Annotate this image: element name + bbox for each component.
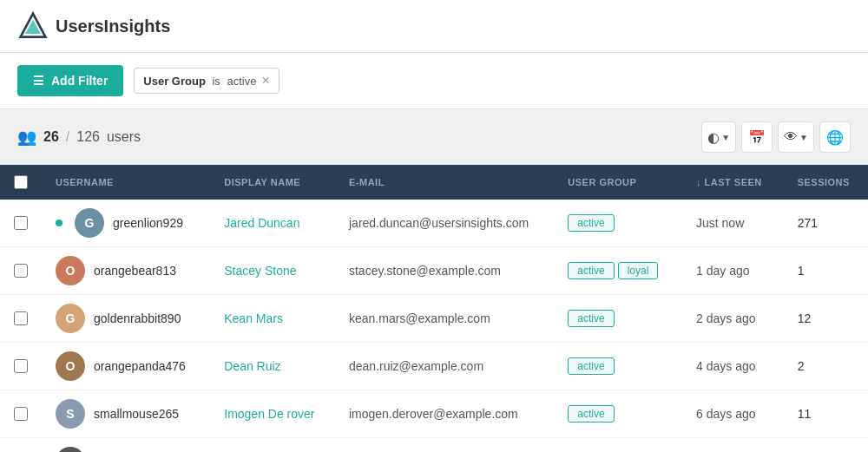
row-checkbox[interactable] [14, 407, 28, 421]
logo: UsersInsights [17, 10, 170, 42]
email-text: imogen.derover@example.com [349, 407, 518, 421]
chevron-down-icon-2: ▼ [799, 133, 808, 142]
last-seen-cell: 1 week ago [682, 438, 784, 453]
email-text: stacey.stone@example.com [349, 264, 501, 278]
user-row-cell: O orangepanda476 [56, 351, 196, 381]
table-row: G greenlion929 Jared Duncanjared.duncan@… [0, 200, 868, 247]
last-seen-text: 1 day ago [696, 264, 750, 278]
filter-op: is [212, 75, 220, 88]
avatar: L [56, 447, 85, 452]
row-checkbox[interactable] [14, 311, 28, 325]
stats-bar: 👥 26 / 126 users ◐ ▼ 📅 👁 ▼ 🌐 [0, 109, 868, 165]
user-row-cell: G greenlion929 [56, 208, 196, 238]
table-row: G goldenrabbit890 Kean Marskean.mars@exa… [0, 295, 868, 343]
table-row: L lazylion942 Celina Medinacelina.medina… [0, 438, 868, 453]
display-name: Dean Ruiz [224, 359, 280, 373]
display-name-cell: Celina Medina [210, 438, 335, 453]
users-table: USERNAME DISPLAY NAME E-MAIL USER GROUP … [0, 165, 868, 452]
calendar-icon-button[interactable]: 📅 [741, 121, 773, 153]
columns-toggle-button[interactable]: ◐ ▼ [701, 121, 736, 153]
username-cell: O orangebear813 [42, 247, 210, 295]
th-email[interactable]: E-MAIL [335, 165, 554, 200]
user-group-cell: active [554, 200, 682, 247]
filter-field: User Group [143, 75, 206, 88]
last-seen-cell: 2 days ago [682, 295, 784, 343]
username-text: orangepanda476 [94, 359, 186, 373]
calendar-icon: 📅 [748, 129, 766, 146]
avatar: O [56, 256, 85, 285]
toolbar-icons: ◐ ▼ 📅 👁 ▼ 🌐 [701, 121, 851, 153]
eye-icon: 👁 [784, 129, 798, 145]
visibility-toggle-button[interactable]: 👁 ▼ [778, 121, 814, 153]
toolbar: ☰ Add Filter User Group is active × [0, 53, 868, 109]
table-row: S smallmouse265 Imogen De roverimogen.de… [0, 390, 868, 438]
display-name: Imogen De rover [224, 407, 314, 421]
sessions-text: 11 [798, 407, 812, 421]
row-checkbox[interactable] [14, 359, 28, 373]
username-text: orangebear813 [94, 264, 176, 278]
th-last-seen[interactable]: ↓ LAST SEEN [682, 165, 784, 200]
sessions-text: 271 [798, 216, 818, 230]
email-cell: stacey.stone@example.com [335, 247, 554, 295]
add-filter-label: Add Filter [51, 74, 108, 88]
select-all-checkbox[interactable] [14, 175, 28, 189]
sessions-cell: 12 [784, 295, 868, 343]
row-checkbox[interactable] [14, 216, 28, 230]
row-checkbox[interactable] [14, 264, 28, 278]
th-username[interactable]: USERNAME [42, 165, 210, 200]
filter-value: active [227, 75, 257, 88]
columns-icon: ◐ [707, 129, 720, 146]
table-container: USERNAME DISPLAY NAME E-MAIL USER GROUP … [0, 165, 868, 452]
email-text: kean.mars@example.com [349, 311, 490, 325]
sessions-cell: 2 [784, 343, 868, 390]
filter-lines-icon: ☰ [33, 74, 44, 88]
badge-active: active [568, 405, 614, 423]
add-filter-button[interactable]: ☰ Add Filter [17, 65, 123, 96]
email-text: dean.ruiz@example.com [349, 359, 483, 373]
display-name: Jared Duncan [224, 216, 299, 230]
display-name: Stacey Stone [224, 264, 296, 278]
globe-icon-button[interactable]: 🌐 [819, 121, 851, 153]
last-seen-cell: 1 day ago [682, 247, 784, 295]
last-seen-cell: Just now [682, 200, 784, 247]
sessions-text: 12 [798, 311, 812, 325]
th-user-group[interactable]: USER GROUP [554, 165, 682, 200]
email-cell: kean.mars@example.com [335, 295, 554, 343]
last-seen-text: 4 days ago [696, 359, 756, 373]
email-text: jared.duncan@usersinsights.com [349, 216, 529, 230]
last-seen-cell: 6 days ago [682, 390, 784, 438]
sessions-text: 1 [798, 264, 805, 278]
users-label: users [107, 129, 141, 145]
th-display-name[interactable]: DISPLAY NAME [210, 165, 335, 200]
user-group-cell: active [554, 343, 682, 390]
chevron-down-icon: ▼ [721, 133, 730, 142]
display-name-cell: Kean Mars [210, 295, 335, 343]
sessions-cell: 1 [784, 247, 868, 295]
user-row-cell: S smallmouse265 [56, 399, 196, 429]
filter-remove-button[interactable]: × [261, 74, 269, 88]
avatar: G [56, 304, 85, 333]
email-cell: imogen.derover@example.com [335, 390, 554, 438]
table-row: O orangepanda476 Dean Ruizdean.ruiz@exam… [0, 343, 868, 390]
display-name: Kean Mars [224, 311, 283, 325]
username-text: smallmouse265 [94, 407, 179, 421]
user-group-cell: activeloyal [554, 247, 682, 295]
username-text: greenlion929 [113, 216, 183, 230]
total-count: 126 [76, 129, 100, 145]
avatar: S [56, 399, 85, 429]
th-sessions[interactable]: SESSIONS [784, 165, 868, 200]
user-row-cell: G goldenrabbit890 [56, 304, 196, 333]
user-row-cell: O orangebear813 [56, 256, 196, 285]
badge-active: active [568, 262, 614, 279]
username-text: goldenrabbit890 [94, 311, 181, 325]
users-icon: 👥 [17, 128, 36, 147]
avatar: O [56, 351, 85, 381]
user-group-cell: active [554, 390, 682, 438]
badge-loyal: loyal [618, 262, 659, 279]
last-seen-text: 2 days ago [696, 311, 756, 325]
user-group-cell: active [554, 295, 682, 343]
th-checkbox [0, 165, 42, 200]
display-name-cell: Imogen De rover [210, 390, 335, 438]
online-indicator [56, 219, 62, 226]
globe-icon: 🌐 [826, 129, 844, 146]
